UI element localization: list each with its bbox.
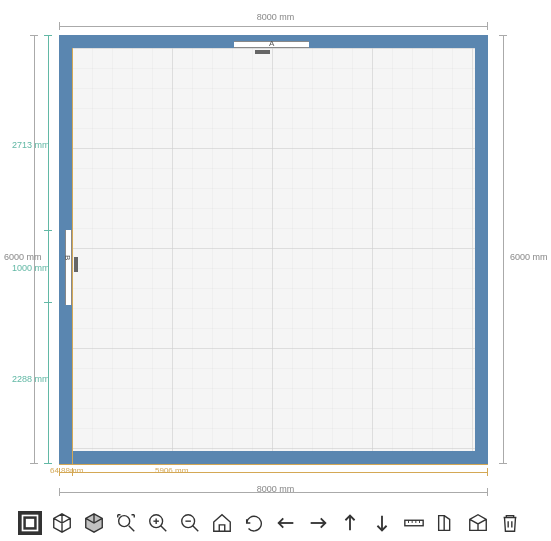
svg-line-5 xyxy=(129,526,135,532)
arrow-up-icon xyxy=(339,512,361,534)
zoom-out-icon xyxy=(179,512,201,534)
ruler-icon xyxy=(403,512,425,534)
dim-top-label: 8000 mm xyxy=(257,12,295,22)
dim-tick xyxy=(487,22,488,30)
svg-point-4 xyxy=(119,516,130,527)
window-a-handle[interactable] xyxy=(255,50,270,54)
svg-rect-1 xyxy=(72,48,475,451)
zoom-out-button[interactable] xyxy=(178,511,202,535)
rotate-icon xyxy=(243,512,265,534)
svg-rect-17 xyxy=(405,520,423,526)
zoom-in-icon xyxy=(147,512,169,534)
door-b[interactable] xyxy=(65,230,72,305)
move-left-button[interactable] xyxy=(274,511,298,535)
svg-line-7 xyxy=(161,526,167,532)
floor-plan[interactable]: A B xyxy=(59,35,488,464)
zoom-in-button[interactable] xyxy=(146,511,170,535)
dim-bottom-left-small: 64.88mm xyxy=(50,466,83,475)
dim-tick xyxy=(44,35,52,36)
dim-tick xyxy=(59,22,60,30)
dim-line-left-outer xyxy=(34,35,35,464)
view-3d-cube-button[interactable] xyxy=(50,511,74,535)
dim-left-mid: 1000 mm xyxy=(12,263,50,273)
home-icon xyxy=(211,512,233,534)
svg-rect-3 xyxy=(26,519,34,527)
dim-tick xyxy=(30,35,38,36)
dim-left-upper: 2713 mm xyxy=(12,140,50,150)
zoom-fit-icon xyxy=(115,512,137,534)
wall-tool-button[interactable] xyxy=(434,511,458,535)
dim-bottom-label: 8000 mm xyxy=(257,484,295,494)
toolbar xyxy=(0,505,551,541)
dim-line-top xyxy=(59,26,488,27)
dim-line-bottom-inner xyxy=(59,472,488,473)
canvas-area[interactable]: 8000 mm 6000 mm 8000 mm 6000 mm 2713 mm … xyxy=(0,0,551,505)
door-b-label: B xyxy=(63,255,72,260)
room-icon xyxy=(467,512,489,534)
view-2d-button[interactable] xyxy=(18,511,42,535)
move-right-button[interactable] xyxy=(306,511,330,535)
square-icon xyxy=(20,512,40,534)
dim-right-label: 6000 mm xyxy=(510,252,548,262)
dim-tick xyxy=(44,302,52,303)
dim-line-left-inner xyxy=(48,35,49,464)
svg-line-11 xyxy=(193,526,199,532)
dim-tick xyxy=(30,463,38,464)
wall-icon xyxy=(435,512,457,534)
dim-tick xyxy=(499,35,507,36)
rotate-button[interactable] xyxy=(242,511,266,535)
zoom-fit-button[interactable] xyxy=(114,511,138,535)
dim-tick xyxy=(487,468,488,476)
view-perspective-button[interactable] xyxy=(82,511,106,535)
dim-bottom-center: 5906 mm xyxy=(155,466,188,475)
dim-line-right xyxy=(503,35,504,464)
dim-tick xyxy=(59,488,60,496)
move-up-button[interactable] xyxy=(338,511,362,535)
window-a-label: A xyxy=(269,39,274,48)
dim-tick xyxy=(499,463,507,464)
dim-tick xyxy=(44,463,52,464)
dim-left-outer-label: 6000 mm xyxy=(4,252,42,262)
cube-solid-icon xyxy=(83,512,105,534)
room-tool-button[interactable] xyxy=(466,511,490,535)
home-button[interactable] xyxy=(210,511,234,535)
grid xyxy=(72,48,475,451)
arrow-right-icon xyxy=(307,512,329,534)
trash-icon xyxy=(499,512,521,534)
guide-horizontal xyxy=(59,464,488,465)
guide-vertical xyxy=(72,48,73,464)
dim-tick xyxy=(44,230,52,231)
cube-icon xyxy=(51,512,73,534)
arrow-down-icon xyxy=(371,512,393,534)
arrow-left-icon xyxy=(275,512,297,534)
dim-tick xyxy=(487,488,488,496)
dim-left-lower: 2288 mm xyxy=(12,374,50,384)
move-down-button[interactable] xyxy=(370,511,394,535)
measure-button[interactable] xyxy=(402,511,426,535)
door-b-handle[interactable] xyxy=(74,257,78,272)
delete-button[interactable] xyxy=(498,511,522,535)
